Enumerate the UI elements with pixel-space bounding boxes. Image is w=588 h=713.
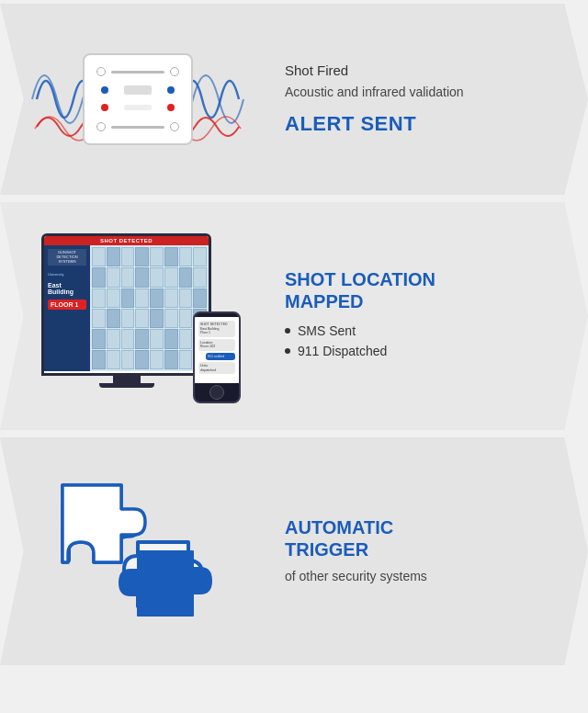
shot-location-line1: SHOT LOCATION [285, 269, 435, 289]
auto-trigger-title: AUTOMATIC TRIGGER [285, 516, 570, 560]
map-grid [90, 245, 209, 371]
phone-msg-1: SHOT DETECTEDEast BuildingFloor 1 [198, 321, 235, 337]
auto-trigger-subtitle: of other security systems [285, 568, 570, 586]
monitor-logo-text: GUNSHOTDETECTIONSYSTEMS [50, 251, 85, 264]
monitor-body: GUNSHOTDETECTIONSYSTEMS University EastB… [44, 245, 209, 371]
dispatched-label: 911 Dispatched [298, 344, 387, 358]
bullet-dot-1 [285, 328, 290, 334]
section-3-content: AUTOMATIC TRIGGER of other security syst… [276, 516, 570, 586]
map-cell [121, 247, 135, 266]
map-cell [179, 309, 193, 328]
phone-messages: SHOT DETECTEDEast BuildingFloor 1 Locati… [195, 317, 239, 378]
sensor-bar-bottom [111, 126, 164, 129]
map-cell [107, 289, 120, 308]
map-cell [193, 247, 207, 266]
puzzle-wrapper [28, 459, 248, 643]
section-3: AUTOMATIC TRIGGER of other security syst… [0, 437, 588, 665]
map-cell [92, 247, 106, 266]
sensor-circle-tr [170, 67, 179, 76]
map-cell [164, 329, 178, 348]
university-label: University [48, 272, 86, 277]
auto-trigger-line2: TRIGGER [285, 539, 368, 560]
map-cell [135, 350, 149, 369]
map-cell [107, 247, 120, 266]
bullet-dot-2 [285, 348, 290, 354]
sensor-dot-blue-left [101, 86, 108, 94]
section-1-content: Shot Fired Acoustic and infrared validat… [276, 62, 570, 137]
map-cell [135, 267, 149, 287]
map-cell [92, 309, 106, 328]
sensor-image-area [18, 26, 257, 173]
alert-sent-label: ALERT SENT [285, 112, 570, 136]
sensor-wrapper [28, 26, 248, 173]
phone-msg-3: 911 notified [206, 353, 235, 361]
phone: SHOT DETECTEDEast BuildingFloor 1 Locati… [193, 311, 241, 403]
sms-sent-label: SMS Sent [298, 323, 356, 338]
map-cell [150, 309, 164, 328]
monitor-screen: SHOT DETECTED GUNSHOTDETECTIONSYSTEMS Un… [44, 236, 209, 373]
map-cell [164, 267, 178, 287]
map-cell [92, 329, 106, 348]
map-cell [193, 289, 207, 308]
sensor-device [83, 53, 193, 145]
monitor-header: SHOT DETECTED [44, 236, 209, 245]
validation-label: Acoustic and infrared validation [285, 84, 570, 102]
map-cell [164, 247, 178, 266]
sensor-circle-tl [96, 67, 106, 76]
map-cell [107, 350, 120, 369]
map-cell [92, 267, 106, 287]
map-cell [179, 350, 193, 369]
map-cell [107, 329, 120, 348]
map-cell [179, 267, 193, 287]
map-cell [135, 247, 149, 266]
monitor: SHOT DETECTED GUNSHOTDETECTIONSYSTEMS Un… [41, 233, 211, 376]
phone-home-button [209, 385, 224, 400]
map-cell [92, 289, 106, 308]
map-cell [121, 289, 135, 308]
sensor-dot-red-left [101, 104, 108, 111]
bullet-list: SMS Sent 911 Dispatched [285, 323, 570, 358]
map-cell [92, 350, 106, 369]
bullet-item-sms: SMS Sent [285, 323, 570, 338]
map-cell [107, 267, 120, 287]
phone-notch [208, 313, 226, 317]
monitor-wrapper: SHOT DETECTED GUNSHOTDETECTIONSYSTEMS Un… [28, 224, 248, 408]
map-cell [164, 309, 178, 328]
monitor-logo: GUNSHOTDETECTIONSYSTEMS [48, 249, 86, 266]
map-cell [193, 267, 207, 287]
sensor-circle-br [170, 122, 179, 131]
phone-msg-2: Location:Room 102 [198, 339, 235, 351]
map-cell [121, 309, 135, 328]
monitor-base [99, 383, 154, 388]
sensor-dot-red-right [167, 104, 175, 111]
map-cell [150, 350, 164, 369]
monitor-image-area: SHOT DETECTED GUNSHOTDETECTIONSYSTEMS Un… [18, 224, 257, 408]
building-name: EastBuilding [48, 282, 86, 295]
sensor-center-bar [124, 85, 152, 95]
map-cell [150, 267, 164, 287]
section-2-content: SHOT LOCATION MAPPED SMS Sent 911 Dispat… [276, 268, 570, 364]
floor-label: FLOOR 1 [48, 300, 86, 310]
puzzle-svg [46, 469, 230, 634]
sensor-bottom-bar [124, 105, 152, 110]
section-2: SHOT DETECTED GUNSHOTDETECTIONSYSTEMS Un… [0, 202, 588, 430]
map-cell [150, 289, 164, 308]
map-cell [179, 329, 193, 348]
monitor-map [90, 245, 209, 371]
map-cell [150, 329, 164, 348]
map-cell [135, 289, 149, 308]
monitor-sidebar: GUNSHOTDETECTIONSYSTEMS University EastB… [44, 245, 90, 371]
map-cell [121, 267, 135, 287]
map-cell [121, 329, 135, 348]
map-cell [179, 247, 193, 266]
shot-fired-label: Shot Fired [285, 62, 570, 78]
phone-screen: SHOT DETECTEDEast BuildingFloor 1 Locati… [195, 317, 239, 383]
puzzle-image-area [18, 459, 257, 643]
sensor-dot-blue-right [167, 86, 175, 94]
sensor-circle-bl [96, 122, 106, 131]
phone-msg-4: Unitsdispatched [198, 362, 235, 374]
map-cell [164, 289, 178, 308]
map-cell [135, 329, 149, 348]
bullet-item-911: 911 Dispatched [285, 344, 570, 358]
shot-location-line2: MAPPED [285, 291, 364, 311]
